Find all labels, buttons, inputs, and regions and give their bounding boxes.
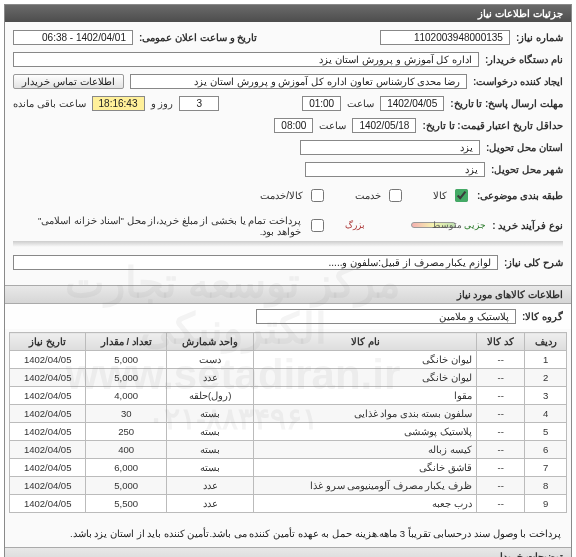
cell-qty: 5,500 xyxy=(86,495,167,513)
rooz-label: روز و xyxy=(151,98,174,109)
cell-row: 2 xyxy=(525,369,567,387)
payment-note: پرداخت تمام یا بخشی از مبلغ خرید،از محل … xyxy=(13,213,303,237)
cb-good-input[interactable] xyxy=(455,189,468,202)
cell-name: سلفون بسته بندی مواد غذایی xyxy=(254,405,477,423)
group-row: گروه کالا: پلاستیک و ملامین xyxy=(5,304,571,329)
summary-label: شرح کلی نیاز: xyxy=(504,257,563,268)
th-row: ردیف xyxy=(525,333,567,351)
validity-label: حداقل تاریخ اعتبار قیمت: تا تاریخ: xyxy=(422,120,563,131)
table-row[interactable]: 2--لیوان خانگیعدد5,0001402/04/05 xyxy=(10,369,567,387)
cell-name: ظرف یکبار مصرف آلومینیومی سرو غذا xyxy=(254,477,477,495)
province-value: یزد xyxy=(300,140,480,155)
cell-qty: 250 xyxy=(86,423,167,441)
saat-label-1: ساعت xyxy=(347,98,374,109)
cell-unit: دست xyxy=(167,351,254,369)
cell-date: 1402/04/05 xyxy=(10,441,86,459)
contact-buyer-button[interactable]: اطلاعات تماس خریدار xyxy=(13,74,124,89)
cb-good[interactable]: کالا xyxy=(433,186,471,205)
saat-label-2: ساعت xyxy=(319,120,346,131)
requester-value: رضا محدی کارشناس تعاون اداره کل آموزش و … xyxy=(130,74,468,89)
cb-service-input[interactable] xyxy=(389,189,402,202)
cell-qty: 400 xyxy=(86,441,167,459)
cell-name: پلاستیک پوششی xyxy=(254,423,477,441)
cell-date: 1402/04/05 xyxy=(10,369,86,387)
cell-name: لیوان خانگی xyxy=(254,351,477,369)
cell-row: 8 xyxy=(525,477,567,495)
announce-label: تاریخ و ساعت اعلان عمومی: xyxy=(139,32,257,43)
buyer-label: نام دستگاه خریدار: xyxy=(485,54,563,65)
form-area: شماره نیاز: 1102003948000135 تاریخ و ساع… xyxy=(5,22,571,285)
th-code: کد کالا xyxy=(477,333,525,351)
cb-payment-note[interactable]: پرداخت تمام یا بخشی از مبلغ خرید،از محل … xyxy=(13,213,327,237)
cell-name: قاشق خانگی xyxy=(254,459,477,477)
th-unit: واحد شمارش xyxy=(167,333,254,351)
cell-date: 1402/04/05 xyxy=(10,387,86,405)
table-row[interactable]: 7--قاشق خانگیبسته6,0001402/04/05 xyxy=(10,459,567,477)
items-section-title: اطلاعات کالاهای مورد نیاز xyxy=(5,285,571,304)
cell-date: 1402/04/05 xyxy=(10,495,86,513)
th-qty: تعداد / مقدار xyxy=(86,333,167,351)
cell-code: -- xyxy=(477,423,525,441)
cell-code: -- xyxy=(477,477,525,495)
cell-name: مقوا xyxy=(254,387,477,405)
th-date: تاریخ نیاز xyxy=(10,333,86,351)
cell-code: -- xyxy=(477,495,525,513)
details-panel: جزئیات اطلاعات نیاز شماره نیاز: 11020039… xyxy=(4,4,572,557)
validity-time: 08:00 xyxy=(274,118,313,133)
deadline-label: مهلت ارسال پاسخ: تا تاریخ: xyxy=(450,98,563,109)
province-label: استان محل تحویل: xyxy=(486,142,563,153)
table-row[interactable]: 5--پلاستیک پوششیبسته2501402/04/05 xyxy=(10,423,567,441)
table-row[interactable]: 4--سلفون بسته بندی مواد غذاییبسته301402/… xyxy=(10,405,567,423)
table-row[interactable]: 6--کیسه زبالهبسته4001402/04/05 xyxy=(10,441,567,459)
th-name: نام کالا xyxy=(254,333,477,351)
cell-date: 1402/04/05 xyxy=(10,351,86,369)
deadline-date: 1402/04/05 xyxy=(380,96,444,111)
items-table: ردیف کد کالا نام کالا واحد شمارش تعداد /… xyxy=(9,332,567,513)
cell-code: -- xyxy=(477,405,525,423)
cell-qty: 5,000 xyxy=(86,351,167,369)
cell-qty: 5,000 xyxy=(86,477,167,495)
cb-good-service[interactable]: کالا/خدمت xyxy=(260,186,327,205)
cell-date: 1402/04/05 xyxy=(10,459,86,477)
cell-unit: عدد xyxy=(167,477,254,495)
remaining-days: 3 xyxy=(179,96,219,111)
table-row[interactable]: 1--لیوان خانگیدست5,0001402/04/05 xyxy=(10,351,567,369)
cb-good-service-input[interactable] xyxy=(311,189,324,202)
cell-row: 3 xyxy=(525,387,567,405)
cell-code: -- xyxy=(477,369,525,387)
cell-row: 4 xyxy=(525,405,567,423)
cell-row: 5 xyxy=(525,423,567,441)
cell-name: کیسه زباله xyxy=(254,441,477,459)
cell-name: لیوان خانگی xyxy=(254,369,477,387)
table-header-row: ردیف کد کالا نام کالا واحد شمارش تعداد /… xyxy=(10,333,567,351)
process-label: نوع فرآیند خرید : xyxy=(492,220,563,231)
cell-date: 1402/04/05 xyxy=(10,477,86,495)
footer-title: توضیحات خریدار xyxy=(5,547,571,557)
req-no-label: شماره نیاز: xyxy=(516,32,563,43)
topic-checkboxes: کالا خدمت کالا/خدمت xyxy=(260,186,471,205)
cell-code: -- xyxy=(477,441,525,459)
panel-title: جزئیات اطلاعات نیاز xyxy=(5,5,571,22)
summary-value: لوازم یکبار مصرف از قبیل:سلفون و..... xyxy=(13,255,498,270)
bottom-note: پرداخت با وصول سند درحسابی تقریباً 3 ماه… xyxy=(5,521,571,547)
cell-name: درب جعبه xyxy=(254,495,477,513)
slider-big: بزرگ xyxy=(345,220,365,230)
cell-qty: 30 xyxy=(86,405,167,423)
announce-value: 1402/04/01 - 06:38 xyxy=(13,30,133,45)
cell-unit: بسته xyxy=(167,423,254,441)
table-row[interactable]: 8--ظرف یکبار مصرف آلومینیومی سرو غذاعدد5… xyxy=(10,477,567,495)
cb-payment-note-input[interactable] xyxy=(311,219,324,232)
table-row[interactable]: 3--مقوا(رول)حلقه4,0001402/04/05 xyxy=(10,387,567,405)
cell-unit: بسته xyxy=(167,459,254,477)
cell-date: 1402/04/05 xyxy=(10,405,86,423)
cell-row: 7 xyxy=(525,459,567,477)
deadline-time: 01:00 xyxy=(302,96,341,111)
req-no-value: 1102003948000135 xyxy=(380,30,510,45)
cell-unit: بسته xyxy=(167,441,254,459)
requester-label: ایجاد کننده درخواست: xyxy=(473,76,563,87)
cell-row: 6 xyxy=(525,441,567,459)
table-row[interactable]: 9--درب جعبهعدد5,5001402/04/05 xyxy=(10,495,567,513)
cb-service[interactable]: خدمت xyxy=(355,186,405,205)
cell-qty: 5,000 xyxy=(86,369,167,387)
city-label: شهر محل تحویل: xyxy=(491,164,563,175)
